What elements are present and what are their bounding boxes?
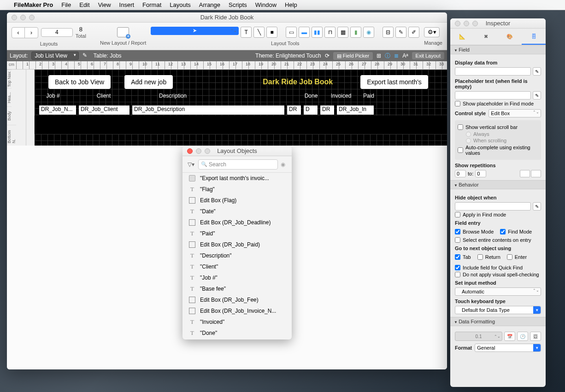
canvas-back-button[interactable]: Back to Job View (48, 75, 111, 89)
part-tool-icon[interactable]: ⊟ (383, 27, 394, 38)
menu-file[interactable]: File (61, 1, 71, 8)
menu-scripts[interactable]: Scripts (229, 1, 247, 8)
quickfind-checkbox[interactable] (455, 265, 460, 270)
part-body[interactable]: Body (7, 106, 12, 125)
align-grid-icon[interactable]: ⊞ (377, 53, 381, 59)
fmt-number-icon[interactable]: 0.1 (455, 332, 502, 341)
tab-checkbox[interactable] (455, 254, 460, 260)
layout-nav-buttons[interactable]: ‹ › (12, 27, 38, 38)
browse-mode-checkbox[interactable] (455, 229, 460, 234)
eyedropper-icon[interactable]: ✐ (408, 27, 419, 38)
format-painter-icon[interactable]: ✎ (395, 27, 406, 38)
inspector-tab-position[interactable]: 📐 (450, 29, 474, 45)
layout-number[interactable]: 4 (41, 28, 73, 36)
object-list-item[interactable]: T"Flag" (182, 184, 292, 195)
menu-layouts[interactable]: Layouts (170, 1, 191, 8)
section-dataformat-header[interactable]: Data Formatting (450, 317, 546, 326)
control-style-select[interactable]: Edit Box (488, 109, 541, 117)
object-list-item[interactable]: T"Invoiced" (182, 316, 292, 328)
exit-layout-button[interactable]: Exit Layout (412, 52, 444, 59)
object-list-item[interactable]: Edit Box (DR_Job_Deadline) (182, 217, 292, 228)
object-list-item[interactable]: T"Description" (182, 250, 292, 261)
object-list-item[interactable]: Edit Box (Flag) (182, 195, 292, 206)
reps-vertical-icon[interactable] (520, 170, 530, 177)
reps-horizontal-icon[interactable] (531, 170, 541, 177)
object-list-item[interactable]: T"Client" (182, 261, 292, 272)
object-list-item[interactable]: T"Base fee" (182, 283, 292, 294)
fmt-time-icon[interactable]: 🕐 (517, 332, 528, 341)
vscroll-always-radio[interactable] (466, 132, 471, 137)
manage-button[interactable]: ⚙︎▾ (424, 27, 440, 37)
field-picker-button[interactable]: ▤ Field Picker (333, 52, 373, 60)
canvas-export-button[interactable]: Export last month's (360, 75, 428, 89)
part-top-nav[interactable]: Top Nav. (7, 70, 12, 88)
object-list-item[interactable]: Edit Box (DR_Job_Fee) (182, 294, 292, 305)
find-mode-checkbox[interactable] (500, 229, 506, 234)
fld-client[interactable]: DR_Job_Client (79, 105, 129, 115)
fld-invoice[interactable]: DR_Job_In (337, 105, 374, 115)
object-list-item[interactable]: "Export last month's invoic... (182, 173, 292, 184)
pencil-icon-3[interactable]: ✎ (533, 202, 541, 211)
fmt-date-icon[interactable]: 📅 (504, 332, 515, 341)
object-list-item[interactable]: Edit Box (DR_Job_Invoice_N... (182, 305, 292, 316)
text-tool-icon[interactable]: T (241, 27, 252, 38)
reps-from-input[interactable] (455, 170, 466, 177)
reps-to-input[interactable] (475, 170, 486, 177)
inspector-tab-data[interactable]: 🗄 (522, 29, 546, 45)
inspector-tab-styles[interactable]: ✖︎ (474, 29, 498, 45)
fmt-container-icon[interactable]: 🖼 (530, 332, 541, 341)
prev-layout-button[interactable]: ‹ (12, 28, 25, 38)
fld-desc[interactable]: DR_Job_Description (132, 105, 284, 115)
object-list-item[interactable]: T"Date" (182, 206, 292, 217)
field-tool-icon[interactable]: ▭ (286, 27, 297, 38)
object-list-item[interactable]: T"Job #" (182, 272, 292, 283)
canvas-add-button[interactable]: Add new job (124, 75, 173, 89)
layers-icon[interactable]: ≣ (394, 53, 399, 59)
fld-5[interactable]: DR (320, 105, 334, 115)
edit-layout-icon[interactable]: ✎ (82, 52, 90, 59)
vscroll-checkbox[interactable] (458, 124, 463, 130)
inspector-tab-appearance[interactable]: 🎨 (498, 29, 522, 45)
pencil-icon[interactable]: ✎ (533, 67, 541, 76)
autocomplete-checkbox[interactable] (458, 147, 463, 153)
input-method-select[interactable]: Automatic (455, 287, 541, 296)
objects-search-input[interactable]: Search (198, 159, 278, 170)
buttonbar-tool-icon[interactable]: ▮▮ (312, 27, 323, 38)
new-layout-button[interactable]: New Layout / Report (100, 27, 146, 46)
object-list-item[interactable]: T"Paid" (182, 228, 292, 239)
layout-selector[interactable]: Job List View (31, 52, 78, 60)
menubar-app[interactable]: FileMaker Pro (14, 1, 53, 8)
show-placeholder-find-checkbox[interactable] (455, 101, 460, 106)
menu-window[interactable]: Window (255, 1, 277, 8)
pencil-icon-2[interactable]: ✎ (533, 91, 541, 99)
select-entire-checkbox[interactable] (455, 237, 460, 243)
part-bottom-nav[interactable]: Bottom N. (7, 125, 16, 143)
webviewer-tool-icon[interactable]: ◉ (363, 27, 374, 38)
next-layout-button[interactable]: › (25, 28, 38, 38)
info-icon[interactable]: ⓘ (385, 52, 390, 60)
aa-icon[interactable]: Aª (402, 53, 408, 59)
portal-tool-icon[interactable]: ▦ (337, 27, 348, 38)
layout-canvas[interactable]: Back to Job View Add new job Dark Ride J… (35, 70, 447, 146)
placeholder-input[interactable] (455, 91, 531, 99)
object-list-item[interactable]: T"Done" (182, 328, 292, 339)
section-field-header[interactable]: Field (450, 45, 546, 54)
line-tool-icon[interactable]: ╲ (253, 27, 265, 38)
fld-4[interactable]: D (304, 105, 318, 115)
enter-checkbox[interactable] (507, 254, 512, 260)
tab-tool-icon[interactable]: ⊓ (324, 27, 335, 38)
hide-when-input[interactable] (455, 202, 531, 211)
chart-tool-icon[interactable]: ▮ (350, 27, 361, 38)
display-data-input[interactable] (455, 67, 531, 76)
filter-icon[interactable]: ▽▾ (186, 161, 195, 168)
nospellcheck-checkbox[interactable] (455, 272, 460, 277)
button-tool-icon[interactable]: ▬ (299, 27, 310, 38)
return-checkbox[interactable] (477, 254, 483, 260)
apply-find-checkbox[interactable] (455, 212, 460, 217)
menu-insert[interactable]: Insert (119, 1, 135, 8)
pointer-tool-icon[interactable]: ➤ (151, 27, 239, 35)
visibility-icon[interactable]: ◉ (281, 161, 288, 168)
theme-change-icon[interactable]: ⟳ (325, 53, 330, 59)
part-header[interactable]: Hea... (7, 88, 12, 106)
menu-help[interactable]: Help (285, 1, 297, 8)
